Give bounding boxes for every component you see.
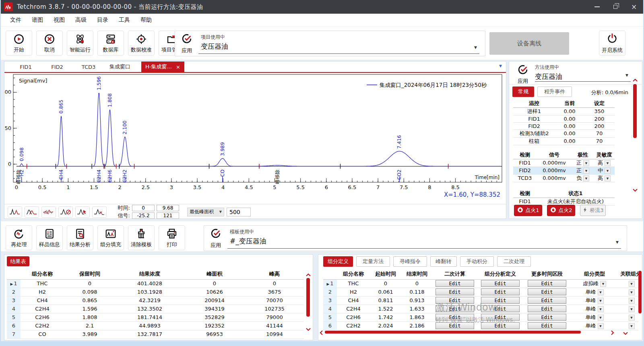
- toolbar-play-button[interactable]: 开始: [6, 31, 32, 56]
- signal-to-input[interactable]: [157, 212, 179, 219]
- component-row-6[interactable]: 6C2H22.0242.186EditEditEdit单峰▼▼: [323, 321, 639, 330]
- chromatogram-plot[interactable]: 05010000.511.522.533.544.555.566.577.588…: [4, 73, 507, 204]
- component-tab-2[interactable]: 寻峰指令: [393, 256, 427, 267]
- analysis-definition-edit-button[interactable]: Edit: [481, 297, 520, 304]
- menu-item-1[interactable]: 谱图: [27, 16, 48, 24]
- tab-close-icon[interactable]: ×: [176, 64, 180, 70]
- toolbar2-print-button[interactable]: 打印: [159, 225, 185, 250]
- project-select[interactable]: 项目使用中 变压器油 ▼: [198, 33, 479, 54]
- results-row-2[interactable]: 2H20.098103.1928106263675: [7, 288, 304, 296]
- menu-item-5[interactable]: 工具: [114, 16, 135, 24]
- ignite2-button[interactable]: 点火2: [547, 205, 575, 216]
- row-selector[interactable]: 4: [7, 305, 21, 313]
- scroll-up-icon[interactable]: [632, 76, 638, 82]
- component-row-5[interactable]: 5C2H61.7421.863EditEditEdit单峰▼▼: [323, 313, 639, 321]
- apply-project-button[interactable]: 应用: [175, 32, 198, 55]
- template-dropdown-icon[interactable]: ▼: [616, 240, 619, 244]
- chevron-down-icon[interactable]: ▼: [629, 306, 635, 312]
- minimize-button[interactable]: [588, 0, 606, 14]
- row-selector[interactable]: 3: [323, 296, 337, 305]
- toolbar-calibration-target-button[interactable]: 数据校准: [128, 31, 155, 56]
- chevron-down-icon[interactable]: ▼: [598, 323, 604, 329]
- chevron-down-icon[interactable]: ▼: [629, 289, 635, 295]
- apply-template-button[interactable]: 应用: [204, 227, 227, 249]
- more-time-ranges-edit-button[interactable]: Edit: [528, 280, 566, 287]
- more-time-ranges-edit-button[interactable]: Edit: [528, 288, 566, 295]
- chevron-down-icon[interactable]: ▼: [583, 160, 589, 166]
- component-tab-3[interactable]: 峰翻转: [430, 256, 457, 267]
- component-tab-5[interactable]: 二次处理: [497, 256, 531, 267]
- chevron-down-icon[interactable]: ▼: [598, 306, 604, 312]
- chart-tab-FID2[interactable]: FID2: [45, 64, 70, 70]
- project-dropdown-icon[interactable]: ▼: [474, 45, 477, 49]
- hscroll-right-icon[interactable]: [611, 330, 616, 335]
- peak-view-button-1[interactable]: [8, 206, 22, 218]
- results-table-button[interactable]: 结果表: [7, 256, 29, 266]
- secondary-calc-edit-button[interactable]: Edit: [436, 280, 474, 287]
- row-selector[interactable]: 2: [7, 288, 21, 296]
- results-scrollbar-thumb[interactable]: [306, 278, 310, 317]
- chevron-down-icon[interactable]: ▼: [629, 323, 635, 329]
- menu-item-3[interactable]: 高级: [70, 16, 92, 24]
- results-row-7[interactable]: 7CO3.989132.78179695310994: [7, 330, 304, 338]
- peak-view-button-3[interactable]: [41, 206, 56, 218]
- time-to-input[interactable]: [157, 205, 179, 211]
- chevron-down-icon[interactable]: ▼: [598, 315, 604, 321]
- time-from-input[interactable]: [132, 205, 155, 211]
- tab-temp-program[interactable]: 程升事件: [537, 86, 572, 97]
- secondary-calc-edit-button[interactable]: Edit: [436, 314, 474, 321]
- toolbar-atom-button[interactable]: 智能运行: [67, 31, 93, 56]
- more-time-ranges-edit-button[interactable]: Edit: [528, 314, 566, 321]
- close-button[interactable]: ×: [625, 0, 643, 14]
- chart-tab-集成窗口[interactable]: 集成窗口: [107, 63, 132, 70]
- component-row-1[interactable]: ▶1THC00EditEditEdit虚拟峰▼▼: [323, 279, 639, 288]
- row-selector[interactable]: 6: [323, 321, 337, 330]
- peak-remove-button[interactable]: [58, 206, 73, 218]
- row-selector[interactable]: 4: [323, 305, 337, 313]
- component-hscrollbar-thumb[interactable]: [325, 331, 581, 334]
- peak-view-button-2[interactable]: [25, 206, 39, 218]
- results-row-6[interactable]: 6C2H22.144.989319235241144: [7, 321, 304, 330]
- method-dropdown-icon[interactable]: ▼: [625, 73, 628, 77]
- method-scrollbar-thumb[interactable]: [633, 84, 637, 138]
- results-row-1[interactable]: ▶1THC0401.402800: [7, 279, 304, 288]
- results-row-3[interactable]: 3CH40.86542.321920091470070: [7, 296, 304, 305]
- component-tab-1[interactable]: 定量方法: [356, 256, 390, 267]
- results-scroll-down-icon[interactable]: [305, 325, 311, 331]
- toolbar-cancel-button[interactable]: 取消: [36, 31, 63, 56]
- device-status-button[interactable]: 设备离线: [489, 32, 569, 55]
- row-selector[interactable]: ▶1: [7, 279, 21, 288]
- chevron-down-icon[interactable]: ▼: [629, 315, 635, 321]
- component-row-4[interactable]: 4C2H41.5221.633EditEditEdit单峰▼▼: [323, 305, 639, 313]
- menu-item-6[interactable]: 帮助: [135, 16, 157, 24]
- chart-tab-FID1[interactable]: FID1: [13, 64, 38, 70]
- secondary-calc-edit-button[interactable]: Edit: [436, 322, 474, 329]
- peak-select-button[interactable]: [75, 206, 90, 218]
- bridge-current-button[interactable]: 桥流3: [580, 205, 606, 216]
- menu-item-4[interactable]: 目录: [92, 16, 114, 24]
- secondary-calc-edit-button[interactable]: Edit: [436, 305, 474, 312]
- toolbar2-reprocess-button[interactable]: 再处理: [6, 225, 32, 250]
- apply-method-button[interactable]: 应用: [512, 64, 533, 86]
- maximize-button[interactable]: [606, 0, 625, 14]
- results-row-4[interactable]: 4C2H41.596132.3502394319102735: [7, 305, 304, 313]
- chevron-down-icon[interactable]: ▼: [598, 298, 604, 304]
- secondary-calc-edit-button[interactable]: Edit: [436, 288, 474, 295]
- component-tab-4[interactable]: 手动积分: [460, 256, 494, 267]
- detector-row-FID2[interactable]: FID20.000mv正▼中▼: [513, 167, 615, 174]
- menu-item-2[interactable]: 视图: [48, 16, 70, 24]
- row-selector[interactable]: 2: [323, 288, 337, 296]
- min-peak-area-input[interactable]: [227, 208, 251, 216]
- hscroll-left-icon[interactable]: [319, 330, 325, 335]
- chevron-down-icon[interactable]: ▼: [583, 168, 589, 174]
- chart-tab-active[interactable]: H-集成窗...×: [141, 62, 184, 72]
- chevron-down-icon[interactable]: ▼: [600, 281, 606, 287]
- method-select[interactable]: 方法使用中 变压器油 ▼: [535, 63, 631, 82]
- row-selector[interactable]: 3: [7, 296, 21, 305]
- ignite1-button[interactable]: 点火1: [514, 205, 542, 216]
- detector-row-TCD3[interactable]: TCD30.000mv负▼高▼: [513, 174, 615, 182]
- analysis-definition-edit-button[interactable]: Edit: [481, 288, 520, 295]
- chevron-down-icon[interactable]: ▼: [583, 175, 589, 181]
- signal-from-input[interactable]: [132, 212, 155, 219]
- menu-item-0[interactable]: 文件: [5, 16, 27, 24]
